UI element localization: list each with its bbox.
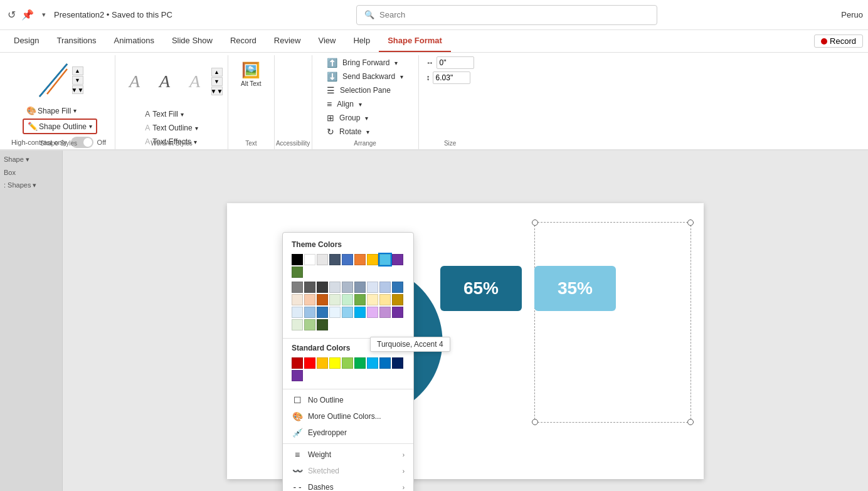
sc-9[interactable]	[392, 357, 403, 369]
tab-shapeformat[interactable]: Shape Format	[379, 30, 451, 52]
color-turquoise[interactable]	[379, 254, 391, 265]
sc-10[interactable]	[292, 370, 303, 381]
sc-8[interactable]	[379, 357, 391, 369]
handle-topright[interactable]	[687, 219, 694, 226]
tc-13[interactable]	[329, 294, 341, 305]
shape-fill-button[interactable]: 🎨 Shape Fill ▾	[23, 104, 97, 117]
wordart-scroll-down[interactable]: ▼	[211, 77, 223, 86]
shape-outline-arrow[interactable]: ▾	[89, 123, 92, 130]
color-purple[interactable]	[392, 254, 403, 265]
shape-fill-arrow[interactable]: ▾	[73, 107, 77, 114]
group-arrow[interactable]: ▾	[365, 115, 368, 122]
color-lightgray[interactable]	[317, 254, 328, 265]
send-backward-arrow[interactable]: ▾	[400, 73, 403, 80]
tc-25[interactable]	[367, 307, 378, 318]
sc-5[interactable]	[342, 357, 353, 369]
tc-2[interactable]	[304, 282, 315, 293]
color-white[interactable]	[304, 254, 315, 265]
pin-icon[interactable]: 📌	[21, 9, 34, 21]
tc-18[interactable]	[392, 294, 403, 305]
tc-3[interactable]	[317, 282, 328, 293]
dashes-item[interactable]: - - Dashes ›	[283, 479, 413, 491]
tc-28[interactable]	[292, 319, 303, 330]
record-button[interactable]: Record	[814, 34, 863, 48]
wordart-btn-2[interactable]: A	[151, 68, 179, 95]
tc-24[interactable]	[354, 307, 366, 318]
tc-23[interactable]	[342, 307, 353, 318]
bring-forward-arrow[interactable]: ▾	[394, 60, 398, 66]
tab-record[interactable]: Record	[221, 30, 265, 52]
sc-4[interactable]	[329, 357, 341, 369]
shape-outline-button[interactable]: ✏️ Shape Outline ▾	[24, 120, 96, 133]
no-outline-item[interactable]: ☐ No Outline	[283, 392, 413, 408]
weight-item[interactable]: ≡ Weight ›	[283, 446, 413, 463]
bring-forward-button[interactable]: ⬆️ Bring Forward ▾	[324, 56, 406, 69]
tc-12[interactable]	[317, 294, 328, 305]
wordart-scroll-up[interactable]: ▲	[211, 68, 223, 77]
color-yellow[interactable]	[367, 254, 378, 265]
send-backward-button[interactable]: ⬇️ Send Backward ▾	[324, 70, 406, 83]
tc-17[interactable]	[379, 294, 391, 305]
text-fill-arrow[interactable]: ▾	[181, 111, 184, 118]
sc-6[interactable]	[354, 357, 366, 369]
wordart-btn-3[interactable]: A	[181, 68, 209, 95]
text-outline-button[interactable]: A Text Outline ▾	[141, 122, 201, 134]
tc-21[interactable]	[317, 307, 328, 318]
alt-text-button[interactable]: 🖼️ Alt Text	[236, 59, 267, 90]
color-green-dark[interactable]	[292, 267, 303, 278]
tc-6[interactable]	[354, 282, 366, 293]
tc-9[interactable]	[392, 282, 403, 293]
dropdown-icon[interactable]: ▾	[38, 9, 50, 21]
scroll-expand-arrow[interactable]: ▼▼	[72, 85, 83, 94]
tc-7[interactable]	[367, 282, 378, 293]
height-input[interactable]	[433, 71, 470, 84]
tc-20[interactable]	[304, 307, 315, 318]
tab-transitions[interactable]: Transitions	[48, 30, 105, 52]
tc-27[interactable]	[392, 307, 403, 318]
eyedropper-item[interactable]: 💉 Eyedropper	[283, 425, 413, 441]
color-orange[interactable]	[354, 254, 366, 265]
more-colors-item[interactable]: 🎨 More Outline Colors...	[283, 408, 413, 425]
selection-pane-button[interactable]: ☰ Selection Pane	[324, 84, 406, 97]
tc-16[interactable]	[367, 294, 378, 305]
align-button[interactable]: ≡ Align ▾	[324, 98, 406, 110]
text-fill-button[interactable]: A Text Fill ▾	[141, 108, 201, 120]
tab-review[interactable]: Review	[265, 30, 310, 52]
color-blue-accent1[interactable]	[342, 254, 353, 265]
scroll-up-arrow[interactable]: ▲	[72, 66, 83, 75]
tc-8[interactable]	[379, 282, 391, 293]
refresh-icon[interactable]: ↺	[5, 9, 18, 21]
rotate-button[interactable]: ↻ Rotate ▾	[324, 125, 406, 138]
text-outline-arrow[interactable]: ▾	[195, 125, 198, 132]
tab-animations[interactable]: Animations	[105, 30, 163, 52]
color-black[interactable]	[292, 254, 303, 265]
tc-14[interactable]	[342, 294, 353, 305]
color-darkblue[interactable]	[329, 254, 341, 265]
tc-30[interactable]	[317, 319, 328, 330]
tab-view[interactable]: View	[309, 30, 344, 52]
group-button[interactable]: ⊞ Group ▾	[324, 112, 406, 124]
tc-4[interactable]	[329, 282, 341, 293]
sc-7[interactable]	[367, 357, 378, 369]
wordart-expand[interactable]: ▼▼	[211, 87, 223, 95]
wordart-btn-1[interactable]: A	[121, 68, 149, 95]
align-arrow[interactable]: ▾	[359, 101, 362, 108]
rotate-arrow[interactable]: ▾	[366, 129, 369, 135]
tab-help[interactable]: Help	[344, 30, 379, 52]
tc-1[interactable]	[292, 282, 303, 293]
tc-15[interactable]	[354, 294, 366, 305]
tc-10[interactable]	[292, 294, 303, 305]
sc-2[interactable]	[304, 357, 315, 369]
tab-slideshow[interactable]: Slide Show	[163, 30, 221, 52]
tc-11[interactable]	[304, 294, 315, 305]
tc-26[interactable]	[379, 307, 391, 318]
tc-5[interactable]	[342, 282, 353, 293]
sc-1[interactable]	[292, 357, 303, 369]
tc-22[interactable]	[329, 307, 341, 318]
tc-29[interactable]	[304, 319, 315, 330]
search-input[interactable]	[379, 10, 649, 19]
handle-bottomright[interactable]	[687, 419, 694, 425]
handle-topleft[interactable]	[532, 219, 538, 226]
tc-19[interactable]	[292, 307, 303, 318]
scroll-down-arrow[interactable]: ▼	[72, 76, 83, 85]
